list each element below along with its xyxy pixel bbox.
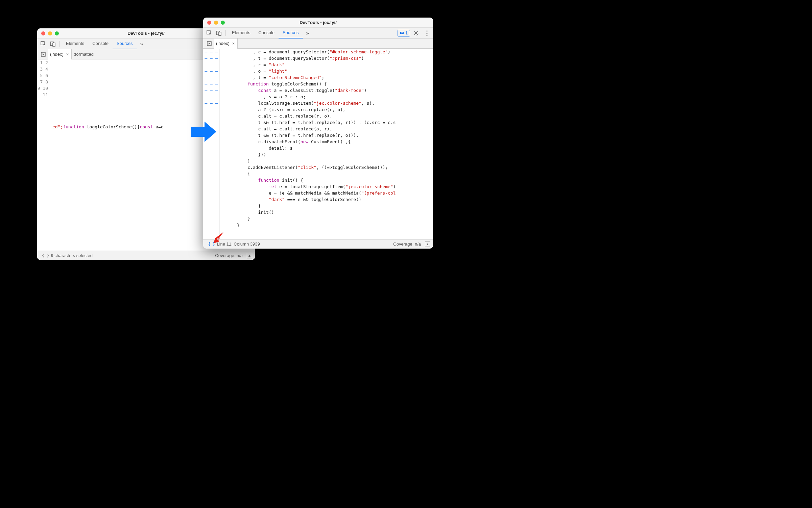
tab-sources[interactable]: Sources — [113, 39, 137, 49]
scroll-top-icon[interactable]: ▲ — [247, 253, 252, 258]
file-tab-index[interactable]: (index) × — [214, 39, 238, 49]
blue-arrow-annotation — [191, 122, 216, 142]
red-arrow-annotation — [214, 230, 226, 243]
code-editor[interactable]: – – – – – – – – – – – – – – – – – – – – … — [203, 49, 433, 239]
scroll-top-icon[interactable]: ▲ — [425, 242, 430, 247]
device-toggle-icon[interactable] — [214, 28, 223, 38]
file-tabs-bar: (index) × — [203, 39, 433, 49]
svg-rect-6 — [219, 32, 221, 35]
minimize-button[interactable] — [214, 21, 218, 25]
devtools-window-right: DevTools - jec.fyi/ Elements Console Sou… — [203, 18, 433, 249]
status-bar: { } Line 11, Column 3939 Coverage: n/a ▲ — [203, 239, 433, 249]
main-toolbar: Elements Console Sources » 1 ⋮ — [203, 28, 433, 39]
device-toggle-icon[interactable] — [48, 39, 57, 49]
navigator-toggle-icon[interactable] — [205, 39, 214, 48]
minimize-button[interactable] — [48, 31, 52, 35]
kebab-menu-icon[interactable]: ⋮ — [422, 28, 432, 38]
issue-icon — [400, 31, 404, 35]
issues-count: 1 — [405, 31, 408, 35]
tab-sources[interactable]: Sources — [279, 28, 303, 39]
svg-point-8 — [415, 32, 417, 33]
line-gutter: 1 2 3 4 5 6 7 8 9 10 11 — [37, 59, 51, 251]
file-tab-formatted[interactable]: :formatted — [72, 49, 96, 59]
titlebar: DevTools - jec.fyi/ — [203, 18, 433, 28]
more-tabs-icon[interactable]: » — [137, 39, 146, 49]
close-icon[interactable]: × — [66, 52, 70, 57]
tab-elements[interactable]: Elements — [228, 28, 254, 39]
tab-console[interactable]: Console — [88, 39, 113, 49]
line-gutter: – – – – – – – – – – – – – – – – – – – – … — [203, 49, 219, 239]
settings-icon[interactable] — [411, 28, 421, 38]
zoom-button[interactable] — [221, 21, 225, 25]
navigator-toggle-icon[interactable] — [39, 50, 48, 59]
tab-console[interactable]: Console — [254, 28, 279, 39]
status-text: 9 characters selected — [51, 253, 93, 258]
more-tabs-icon[interactable]: » — [303, 28, 312, 38]
close-icon[interactable]: × — [232, 41, 236, 46]
code-content: , c = document.querySelector("#color-sch… — [219, 49, 433, 239]
issues-badge[interactable]: 1 — [398, 30, 410, 36]
coverage-label: Coverage: n/a — [393, 242, 421, 247]
window-title: DevTools - jec.fyi/ — [203, 20, 433, 25]
close-button[interactable] — [41, 31, 45, 35]
close-button[interactable] — [207, 21, 211, 25]
inspect-icon[interactable] — [205, 28, 214, 38]
file-tab-label: (index) — [50, 52, 64, 57]
svg-rect-2 — [53, 43, 55, 46]
tab-elements[interactable]: Elements — [62, 39, 88, 49]
zoom-button[interactable] — [55, 31, 59, 35]
file-tab-index[interactable]: (index) × — [48, 49, 72, 59]
pretty-print-icon[interactable]: { } — [40, 253, 51, 258]
file-tab-label: (index) — [216, 41, 230, 46]
file-tab-label: :formatted — [74, 52, 94, 57]
inspect-icon[interactable] — [39, 39, 48, 49]
coverage-label: Coverage: n/a — [215, 253, 243, 258]
status-bar: { } 9 characters selected Coverage: n/a … — [37, 251, 255, 260]
